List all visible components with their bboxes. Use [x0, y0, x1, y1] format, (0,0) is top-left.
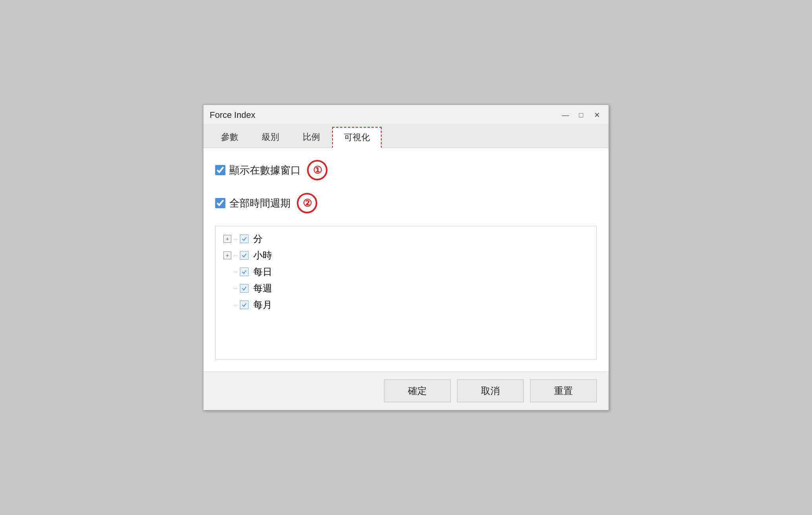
show-data-window-row: 顯示在數據窗口 ① [215, 160, 597, 180]
badge-2: ② [297, 193, 317, 213]
checkmark-min-icon [241, 236, 247, 242]
tree-dots-weekly: ··· [234, 286, 238, 291]
reset-button[interactable]: 重置 [530, 379, 597, 402]
tab-level[interactable]: 級別 [251, 127, 291, 148]
tab-bar: 參數 級別 比例 可視化 [203, 124, 609, 148]
tree-item-min: + ··· 分 [223, 233, 589, 245]
time-period-tree: + ··· 分 + ··· 小時 [215, 226, 597, 359]
tree-label-weekly: 每週 [253, 282, 272, 295]
tree-dots-daily: ··· [234, 269, 238, 275]
tab-visualize[interactable]: 可視化 [332, 127, 382, 148]
tree-dots-monthly: ··· [234, 302, 238, 308]
tree-item-daily: ··· 每日 [223, 266, 589, 278]
badge-1: ① [307, 160, 327, 180]
tree-label-min: 分 [253, 233, 263, 245]
tree-checkbox-hour[interactable] [240, 251, 249, 260]
tree-checkbox-daily[interactable] [240, 268, 249, 276]
tree-item-weekly: ··· 每週 [223, 282, 589, 295]
close-button[interactable]: ✕ [591, 110, 602, 121]
cancel-button[interactable]: 取消 [457, 379, 524, 402]
tree-dots-min: ··· [234, 236, 238, 242]
window-title: Force Index [210, 110, 255, 120]
expand-min-btn[interactable]: + [223, 235, 231, 243]
title-bar: Force Index — □ ✕ [203, 105, 609, 124]
all-time-periods-row: 全部時間週期 ② [215, 193, 597, 213]
checkmark-daily-icon [241, 269, 247, 275]
main-window: Force Index — □ ✕ 參數 級別 比例 可視化 顯示在數據窗口 [203, 104, 609, 411]
tab-scale[interactable]: 比例 [291, 127, 331, 148]
all-time-periods-checkbox[interactable] [215, 198, 225, 208]
show-data-window-label[interactable]: 顯示在數據窗口 [215, 163, 301, 177]
confirm-button[interactable]: 確定 [384, 379, 451, 402]
maximize-button[interactable]: □ [576, 110, 587, 121]
content-area: 顯示在數據窗口 ① 全部時間週期 ② + ··· [203, 148, 609, 371]
tree-checkbox-monthly[interactable] [240, 301, 249, 309]
show-data-window-group: 顯示在數據窗口 ① [215, 160, 327, 180]
all-time-periods-label[interactable]: 全部時間週期 [215, 196, 291, 210]
tree-checkbox-min[interactable] [240, 235, 249, 243]
checkmark-monthly-icon [241, 302, 247, 308]
all-time-periods-group: 全部時間週期 ② [215, 193, 317, 213]
tree-label-hour: 小時 [253, 249, 272, 262]
checkmark-hour-icon [241, 253, 247, 258]
tree-item-hour: + ··· 小時 [223, 249, 589, 262]
minimize-button[interactable]: — [560, 110, 571, 121]
tab-params[interactable]: 參數 [210, 127, 250, 148]
footer: 確定 取消 重置 [203, 371, 609, 410]
tree-label-monthly: 每月 [253, 299, 272, 311]
window-controls: — □ ✕ [560, 110, 602, 121]
tree-dots-hour: ··· [234, 253, 238, 258]
show-data-window-checkbox[interactable] [215, 165, 225, 175]
tree-label-daily: 每日 [253, 266, 272, 278]
tree-item-monthly: ··· 每月 [223, 299, 589, 311]
expand-hour-btn[interactable]: + [223, 251, 231, 259]
tree-checkbox-weekly[interactable] [240, 284, 249, 293]
checkmark-weekly-icon [241, 286, 247, 291]
